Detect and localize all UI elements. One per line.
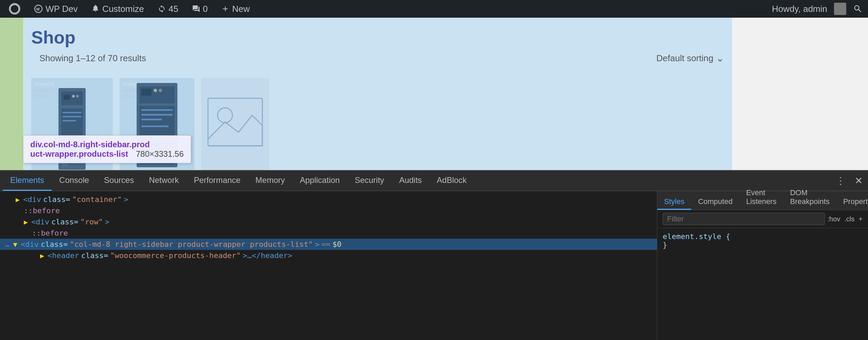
wp-admin-bar: W WP Dev Customize 45 0 New Howdy, admin	[0, 0, 868, 18]
comments-count: 0	[203, 4, 208, 14]
tab-console[interactable]: Console	[52, 171, 97, 191]
svg-point-0	[9, 3, 20, 14]
dom-panel: ▶ <div class="container"> ::before ▶ <di…	[0, 191, 657, 340]
svg-rect-11	[63, 120, 76, 121]
wp-logo-button[interactable]	[5, 2, 24, 16]
tab-styles[interactable]: Styles	[657, 194, 691, 210]
search-icon[interactable]	[853, 4, 863, 14]
tab-dom-breakpoints[interactable]: DOM Breakpoints	[783, 186, 836, 210]
hover-toggle[interactable]: :hov	[828, 215, 840, 223]
new-label: New	[232, 4, 250, 14]
devtools-main: ▶ <div class="container"> ::before ▶ <di…	[0, 191, 868, 340]
svg-text:Dell: Dell	[62, 163, 68, 167]
right-area	[732, 18, 868, 170]
element-tooltip: div.col-md-8.right-sidebar.product-wrapp…	[23, 135, 191, 163]
svg-rect-6	[72, 95, 75, 98]
svg-rect-5	[64, 95, 70, 100]
styles-rule-text: element.style { }	[663, 232, 863, 249]
devtools-close-icon[interactable]: ✕	[852, 174, 865, 188]
page-title: Shop	[23, 18, 732, 48]
wp-site-button[interactable]: W WP Dev	[31, 2, 81, 16]
updates-button[interactable]: 45	[154, 2, 182, 16]
svg-rect-7	[76, 95, 79, 98]
dom-line-4[interactable]: ::before	[0, 227, 657, 239]
tooltip-size: 780×3331.56	[136, 149, 184, 158]
styles-tab-bar: Styles Computed Event Listeners DOM Brea…	[657, 191, 868, 210]
add-style-btn[interactable]: +	[858, 215, 863, 223]
svg-rect-10	[63, 116, 82, 117]
dom-line-2[interactable]: ::before	[0, 205, 657, 216]
green-sidebar-accent	[0, 18, 23, 170]
cls-toggle[interactable]: .cls	[844, 215, 854, 223]
devtools-panel: Elements Console Sources Network Perform…	[0, 170, 868, 340]
tab-sources[interactable]: Sources	[97, 171, 141, 191]
tab-audits[interactable]: Audits	[392, 171, 429, 191]
styles-filter-input[interactable]	[663, 213, 825, 225]
customize-button[interactable]: Customize	[88, 2, 147, 16]
tab-performance[interactable]: Performance	[186, 171, 248, 191]
svg-rect-17	[159, 89, 162, 92]
svg-rect-19	[141, 109, 173, 111]
svg-rect-21	[141, 119, 162, 120]
svg-text:W: W	[36, 7, 40, 11]
tab-adblock[interactable]: AdBlock	[429, 171, 474, 191]
devtools-tab-icons: ⋮ ✕	[833, 174, 865, 188]
styles-panel: Styles Computed Event Listeners DOM Brea…	[657, 191, 868, 340]
tab-properties[interactable]: Properties	[836, 194, 868, 210]
svg-point-24	[218, 108, 232, 123]
howdy-text: Howdy, admin	[772, 4, 827, 14]
new-button[interactable]: New	[218, 2, 253, 16]
styles-content: element.style { }	[657, 228, 868, 340]
styles-filter-bar: :hov .cls +	[657, 210, 868, 228]
comments-button[interactable]: 0	[189, 2, 211, 16]
dom-line-highlighted[interactable]: … ▼ <div class="col-md-8 right-sidebar p…	[0, 239, 657, 250]
admin-avatar[interactable]	[834, 3, 846, 15]
svg-rect-20	[141, 114, 173, 116]
tab-elements[interactable]: Elements	[3, 171, 52, 191]
tooltip-class: div.col-md-8.right-sidebar.product-wrapp…	[30, 140, 150, 158]
product-card-3[interactable]	[201, 78, 269, 170]
svg-rect-22	[141, 125, 169, 127]
tab-application[interactable]: Application	[292, 171, 347, 191]
dom-line-1[interactable]: ▶ <div class="container">	[0, 194, 657, 205]
sorting-chevron-icon[interactable]: ⌄	[716, 53, 724, 64]
svg-rect-9	[63, 112, 82, 113]
dom-line-5[interactable]: ▶ <header class="woocommerce-products-he…	[0, 250, 657, 261]
site-label: WP Dev	[46, 4, 78, 14]
tab-network[interactable]: Network	[141, 171, 186, 191]
tab-event-listeners[interactable]: Event Listeners	[739, 186, 783, 210]
tab-computed[interactable]: Computed	[691, 194, 740, 210]
tab-memory[interactable]: Memory	[248, 171, 293, 191]
devtools-tab-bar: Elements Console Sources Network Perform…	[0, 171, 868, 191]
customize-label: Customize	[102, 4, 144, 14]
styles-filter-extras: :hov .cls +	[828, 215, 863, 223]
tab-security[interactable]: Security	[347, 171, 392, 191]
svg-rect-16	[154, 89, 157, 92]
results-count: Showing 1–12 of 70 results	[31, 48, 154, 69]
updates-count: 45	[169, 4, 178, 14]
dom-line-3[interactable]: ▶ <div class="row">	[0, 216, 657, 227]
svg-rect-15	[141, 89, 152, 96]
sorting-label: Default sorting	[656, 53, 713, 64]
admin-bar-right: Howdy, admin	[772, 3, 863, 15]
svg-rect-23	[208, 98, 262, 146]
